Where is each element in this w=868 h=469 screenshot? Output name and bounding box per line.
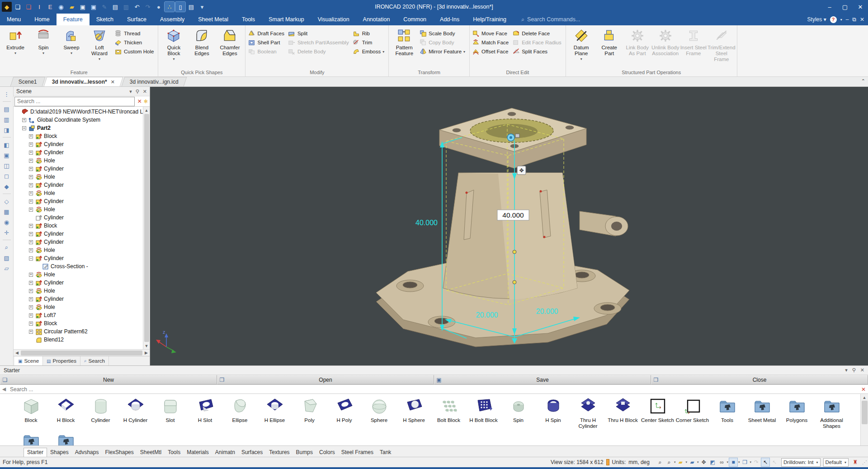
solid-view-icon[interactable]: ■	[729, 458, 737, 466]
clipboard-icon[interactable]: ▤	[2, 104, 12, 114]
scroll-right-icon[interactable]: ▶	[143, 351, 150, 355]
import-iges-icon[interactable]: I	[34, 2, 44, 12]
measure-icon[interactable]: ✎	[99, 2, 109, 12]
box-tool-icon[interactable]: ▥	[121, 2, 131, 12]
rib-button[interactable]: Rib	[352, 29, 387, 38]
grip-icon[interactable]: ⋮	[2, 90, 12, 99]
emboss-button[interactable]: Emboss▾	[352, 47, 387, 56]
panel-tab-properties[interactable]: ▤Properties	[43, 356, 80, 365]
offset-face-button[interactable]: Offset Face	[471, 47, 511, 56]
tree-expander-icon[interactable]: +	[29, 142, 33, 147]
tree-expander-icon[interactable]: +	[29, 240, 33, 244]
dimension-label-bottom-left[interactable]: 20.000	[476, 311, 498, 319]
thread-button[interactable]: Thread	[113, 29, 156, 38]
shape-blue-icon[interactable]: ▰	[688, 458, 696, 466]
catalog-item-sphere[interactable]: Sphere	[362, 396, 396, 429]
tree-item-cylinder[interactable]: +Cylinder	[14, 165, 143, 173]
catalog-item-h-spin[interactable]: H Spin	[536, 396, 571, 429]
catalog-tab-bumps[interactable]: Bumps	[293, 448, 316, 457]
tree-item-loft7[interactable]: +Loft7	[14, 311, 143, 319]
minimize-button[interactable]: –	[822, 0, 837, 14]
catalog-item-center-sketch[interactable]: Center Sketch	[640, 396, 675, 429]
new-document-icon[interactable]: ❏	[13, 2, 23, 12]
menu-tab-visualization[interactable]: Visualization	[311, 14, 356, 25]
draft-faces-button[interactable]: Draft Faces	[247, 29, 287, 38]
move-face-button[interactable]: Move Face	[471, 29, 511, 38]
tab-close-icon[interactable]: ✕	[110, 79, 114, 85]
catalog-item-h-sphere[interactable]: H Sphere	[396, 396, 431, 429]
undo-icon[interactable]: ↶	[132, 2, 142, 12]
tree-expander-icon[interactable]: +	[29, 199, 33, 204]
dimension-label-bottom-right[interactable]: 20.000	[536, 308, 558, 315]
catalog-item-h-poly[interactable]: H Poly	[327, 396, 362, 429]
catalog-tab-materials[interactable]: Materials	[184, 448, 212, 457]
close-button[interactable]: ✕	[853, 0, 868, 14]
menu-tab-help-training[interactable]: Help/Training	[466, 14, 513, 25]
menu-tab-menu[interactable]: Menu	[0, 14, 28, 25]
tree-item-blend12[interactable]: Blend12	[14, 336, 143, 344]
catalog-scrollbar[interactable]: ▲	[860, 394, 868, 445]
maximize-button[interactable]: ▢	[837, 0, 853, 14]
tree-item-hole[interactable]: +Hole	[14, 173, 143, 181]
document-tab[interactable]: Scene1	[10, 77, 46, 86]
select-cursor-icon[interactable]: ↖	[761, 458, 769, 466]
caret-icon[interactable]: ▾	[685, 460, 687, 464]
tree-vertical-scrollbar[interactable]: ▲ ▼	[143, 107, 150, 349]
delete-face-button[interactable]: Delete Face	[511, 29, 564, 38]
scroll-up-icon[interactable]: ▲	[143, 107, 150, 114]
tree-expander-icon[interactable]: +	[29, 313, 33, 317]
menu-tab-surface[interactable]: Surface	[120, 14, 153, 25]
catalog-item-poly[interactable]: Poly	[292, 396, 327, 429]
visibility-icon[interactable]: ∞	[718, 458, 726, 466]
tree-item-hole[interactable]: +Hole	[14, 189, 143, 197]
catalog-tab-shapes[interactable]: Shapes	[47, 448, 72, 457]
tree-expander-icon[interactable]: +	[29, 322, 33, 326]
thicken-button[interactable]: Thicken	[113, 38, 156, 47]
open-catalog-button[interactable]: ❐Open	[217, 375, 434, 384]
filter-icon[interactable]: ✻	[144, 99, 150, 104]
tree-item-cylinder[interactable]: −Cylinder	[14, 254, 143, 262]
tree-expander-icon[interactable]: −	[22, 126, 26, 130]
alt-cursor-icon[interactable]: ↖	[770, 458, 778, 466]
doc-close-button[interactable]: ✕	[860, 16, 864, 23]
tree-item-cylinder[interactable]: +Cylinder	[14, 295, 143, 303]
catalog-close-icon[interactable]: ✕	[860, 367, 864, 373]
menu-tab-tools[interactable]: Tools	[235, 14, 262, 25]
spin-button[interactable]: Spin▾	[29, 26, 57, 69]
collapse-ribbon-icon[interactable]: ⌃	[861, 78, 865, 84]
tree-item-cylinder[interactable]: +Cylinder	[14, 238, 143, 246]
datum-plane-button[interactable]: Datum Plane▾	[567, 26, 595, 69]
command-search[interactable]: ⌕ Search Commands...	[521, 14, 580, 25]
open-folder-icon[interactable]: ▰	[67, 2, 77, 12]
tree-item-cylinder[interactable]: +Cylinder	[14, 148, 143, 156]
tree-item-part2[interactable]: −Part2	[14, 124, 143, 132]
section-icon[interactable]: ▧	[2, 253, 12, 262]
move-handle[interactable]: ✥	[517, 166, 526, 175]
scene-search-input[interactable]	[14, 97, 135, 106]
tree-expander-icon[interactable]: +	[29, 191, 33, 195]
catalog-tab-steel-frames[interactable]: Steel Frames	[338, 448, 377, 457]
shell-part-button[interactable]: Shell Part	[247, 38, 287, 47]
tree-item-global-coordinate-system[interactable]: +Global Coordinate System	[14, 116, 143, 124]
catalog-tab-starter[interactable]: Starter	[24, 448, 47, 457]
trim-button[interactable]: Trim	[352, 38, 387, 47]
catalog-item-additional-shapes[interactable]: Additional Shapes	[814, 396, 849, 429]
tree-horizontal-scrollbar[interactable]: ◀ ▶	[14, 349, 150, 356]
catalog-panel-icon[interactable]: ▯	[175, 2, 185, 12]
match-face-button[interactable]: Match Face	[471, 38, 511, 47]
caret-icon[interactable]: ▾	[750, 460, 752, 464]
catalog-item-cylinder[interactable]: Cylinder	[83, 396, 118, 429]
catalog-tab-sheetmtl[interactable]: SheetMtl	[137, 448, 165, 457]
chamfer-edges-button[interactable]: Chamfer Edges	[216, 26, 244, 69]
export-document-icon[interactable]: ❏	[24, 2, 33, 12]
panel-tab-search[interactable]: ⌕Search	[80, 356, 109, 365]
custom-hole-button[interactable]: Custom Hole	[113, 47, 156, 56]
catalog-item-h-ellipse[interactable]: H Ellipse	[257, 396, 292, 429]
tree-item-hole[interactable]: +Hole	[14, 287, 143, 295]
app-logo-icon[interactable]: ◆	[2, 2, 12, 12]
move-anchor-icon[interactable]: ✥	[700, 458, 708, 466]
dimension-label-left[interactable]: 40.000	[415, 219, 438, 227]
save-icon[interactable]: ▣	[78, 2, 88, 12]
menu-tab-sketch[interactable]: Sketch	[90, 14, 120, 25]
mirror-feature-button[interactable]: Mirror Feature▾	[418, 47, 468, 56]
